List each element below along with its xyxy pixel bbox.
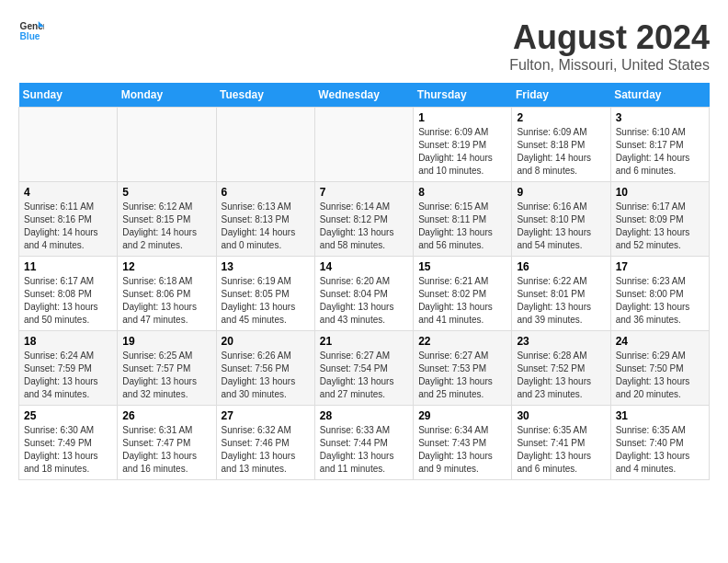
week-row-5: 25Sunrise: 6:30 AM Sunset: 7:49 PM Dayli… [19, 406, 710, 480]
day-info: Sunrise: 6:27 AM Sunset: 7:54 PM Dayligh… [320, 350, 408, 401]
calendar-cell: 25Sunrise: 6:30 AM Sunset: 7:49 PM Dayli… [19, 406, 118, 480]
column-header-tuesday: Tuesday [216, 83, 314, 108]
calendar-cell: 6Sunrise: 6:13 AM Sunset: 8:13 PM Daylig… [216, 182, 314, 257]
calendar-cell: 20Sunrise: 6:26 AM Sunset: 7:56 PM Dayli… [216, 331, 314, 406]
day-info: Sunrise: 6:14 AM Sunset: 8:12 PM Dayligh… [320, 201, 408, 252]
calendar-cell: 22Sunrise: 6:27 AM Sunset: 7:53 PM Dayli… [414, 331, 512, 406]
day-info: Sunrise: 6:13 AM Sunset: 8:13 PM Dayligh… [222, 201, 310, 252]
calendar-cell: 29Sunrise: 6:34 AM Sunset: 7:43 PM Dayli… [414, 406, 512, 480]
calendar-body: 1Sunrise: 6:09 AM Sunset: 8:19 PM Daylig… [19, 108, 710, 480]
main-title: August 2024 [509, 18, 710, 57]
day-info: Sunrise: 6:28 AM Sunset: 7:52 PM Dayligh… [517, 350, 605, 401]
day-info: Sunrise: 6:09 AM Sunset: 8:19 PM Dayligh… [418, 126, 506, 178]
day-number: 31 [616, 409, 704, 422]
calendar-cell: 7Sunrise: 6:14 AM Sunset: 8:12 PM Daylig… [314, 182, 413, 257]
day-info: Sunrise: 6:35 AM Sunset: 7:40 PM Dayligh… [616, 424, 704, 476]
day-info: Sunrise: 6:19 AM Sunset: 8:05 PM Dayligh… [222, 275, 310, 327]
day-number: 18 [24, 335, 112, 348]
day-info: Sunrise: 6:17 AM Sunset: 8:08 PM Dayligh… [24, 275, 112, 327]
day-info: Sunrise: 6:15 AM Sunset: 8:11 PM Dayligh… [418, 201, 506, 252]
calendar-cell: 30Sunrise: 6:35 AM Sunset: 7:41 PM Dayli… [512, 406, 610, 480]
calendar-cell: 17Sunrise: 6:23 AM Sunset: 8:00 PM Dayli… [610, 257, 709, 331]
day-info: Sunrise: 6:33 AM Sunset: 7:44 PM Dayligh… [320, 424, 408, 476]
day-number: 15 [418, 260, 506, 273]
calendar-cell: 19Sunrise: 6:25 AM Sunset: 7:57 PM Dayli… [118, 331, 216, 406]
week-row-2: 4Sunrise: 6:11 AM Sunset: 8:16 PM Daylig… [19, 182, 710, 257]
day-number: 9 [517, 186, 605, 199]
calendar-cell: 10Sunrise: 6:17 AM Sunset: 8:09 PM Dayli… [610, 182, 709, 257]
day-number: 17 [616, 260, 704, 273]
day-info: Sunrise: 6:22 AM Sunset: 8:01 PM Dayligh… [517, 275, 605, 327]
day-info: Sunrise: 6:10 AM Sunset: 8:17 PM Dayligh… [616, 126, 704, 178]
calendar-cell: 11Sunrise: 6:17 AM Sunset: 8:08 PM Dayli… [19, 257, 118, 331]
calendar-cell: 26Sunrise: 6:31 AM Sunset: 7:47 PM Dayli… [118, 406, 216, 480]
day-number: 19 [122, 335, 210, 348]
day-info: Sunrise: 6:30 AM Sunset: 7:49 PM Dayligh… [24, 424, 112, 476]
column-header-thursday: Thursday [414, 83, 512, 108]
calendar-cell: 3Sunrise: 6:10 AM Sunset: 8:17 PM Daylig… [610, 108, 709, 182]
calendar-cell: 31Sunrise: 6:35 AM Sunset: 7:40 PM Dayli… [610, 406, 709, 480]
calendar-cell: 13Sunrise: 6:19 AM Sunset: 8:05 PM Dayli… [216, 257, 314, 331]
day-info: Sunrise: 6:20 AM Sunset: 8:04 PM Dayligh… [320, 275, 408, 327]
day-info: Sunrise: 6:31 AM Sunset: 7:47 PM Dayligh… [122, 424, 210, 476]
day-number: 20 [222, 335, 310, 348]
logo-icon: General Blue [18, 18, 44, 44]
day-number: 1 [418, 111, 506, 124]
calendar-cell: 24Sunrise: 6:29 AM Sunset: 7:50 PM Dayli… [610, 331, 709, 406]
day-info: Sunrise: 6:09 AM Sunset: 8:18 PM Dayligh… [517, 126, 605, 178]
day-info: Sunrise: 6:27 AM Sunset: 7:53 PM Dayligh… [418, 350, 506, 401]
calendar-cell: 14Sunrise: 6:20 AM Sunset: 8:04 PM Dayli… [314, 257, 413, 331]
day-number: 24 [616, 335, 704, 348]
day-number: 11 [24, 260, 112, 273]
day-info: Sunrise: 6:29 AM Sunset: 7:50 PM Dayligh… [616, 350, 704, 401]
calendar-cell: 8Sunrise: 6:15 AM Sunset: 8:11 PM Daylig… [414, 182, 512, 257]
column-header-sunday: Sunday [19, 83, 118, 108]
day-number: 30 [517, 409, 605, 422]
day-number: 21 [320, 335, 408, 348]
day-number: 5 [122, 186, 210, 199]
day-number: 22 [418, 335, 506, 348]
day-info: Sunrise: 6:16 AM Sunset: 8:10 PM Dayligh… [517, 201, 605, 252]
column-header-wednesday: Wednesday [314, 83, 413, 108]
calendar-cell [19, 108, 118, 182]
calendar-cell [118, 108, 216, 182]
calendar-cell [314, 108, 413, 182]
column-header-monday: Monday [118, 83, 216, 108]
day-info: Sunrise: 6:21 AM Sunset: 8:02 PM Dayligh… [418, 275, 506, 327]
day-number: 3 [616, 111, 704, 124]
calendar-cell: 15Sunrise: 6:21 AM Sunset: 8:02 PM Dayli… [414, 257, 512, 331]
day-number: 23 [517, 335, 605, 348]
calendar-cell: 16Sunrise: 6:22 AM Sunset: 8:01 PM Dayli… [512, 257, 610, 331]
title-block: August 2024 Fulton, Missouri, United Sta… [509, 18, 710, 74]
day-number: 26 [122, 409, 210, 422]
svg-text:Blue: Blue [20, 31, 40, 41]
calendar-header: SundayMondayTuesdayWednesdayThursdayFrid… [19, 83, 710, 108]
calendar-cell: 28Sunrise: 6:33 AM Sunset: 7:44 PM Dayli… [314, 406, 413, 480]
calendar-table: SundayMondayTuesdayWednesdayThursdayFrid… [18, 83, 710, 480]
day-number: 16 [517, 260, 605, 273]
day-number: 7 [320, 186, 408, 199]
day-number: 13 [222, 260, 310, 273]
calendar-cell: 21Sunrise: 6:27 AM Sunset: 7:54 PM Dayli… [314, 331, 413, 406]
day-info: Sunrise: 6:11 AM Sunset: 8:16 PM Dayligh… [24, 201, 112, 252]
day-info: Sunrise: 6:23 AM Sunset: 8:00 PM Dayligh… [616, 275, 704, 327]
day-number: 27 [222, 409, 310, 422]
day-info: Sunrise: 6:34 AM Sunset: 7:43 PM Dayligh… [418, 424, 506, 476]
day-number: 8 [418, 186, 506, 199]
day-number: 6 [222, 186, 310, 199]
day-number: 12 [122, 260, 210, 273]
calendar-cell [216, 108, 314, 182]
header-row: SundayMondayTuesdayWednesdayThursdayFrid… [19, 83, 710, 108]
column-header-friday: Friday [512, 83, 610, 108]
calendar-cell: 9Sunrise: 6:16 AM Sunset: 8:10 PM Daylig… [512, 182, 610, 257]
page-header: General Blue August 2024 Fulton, Missour… [18, 18, 710, 74]
subtitle: Fulton, Missouri, United States [509, 57, 710, 74]
day-info: Sunrise: 6:24 AM Sunset: 7:59 PM Dayligh… [24, 350, 112, 401]
calendar-cell: 12Sunrise: 6:18 AM Sunset: 8:06 PM Dayli… [118, 257, 216, 331]
calendar-cell: 4Sunrise: 6:11 AM Sunset: 8:16 PM Daylig… [19, 182, 118, 257]
day-number: 4 [24, 186, 112, 199]
day-info: Sunrise: 6:12 AM Sunset: 8:15 PM Dayligh… [122, 201, 210, 252]
calendar-cell: 1Sunrise: 6:09 AM Sunset: 8:19 PM Daylig… [414, 108, 512, 182]
day-number: 10 [616, 186, 704, 199]
column-header-saturday: Saturday [610, 83, 709, 108]
